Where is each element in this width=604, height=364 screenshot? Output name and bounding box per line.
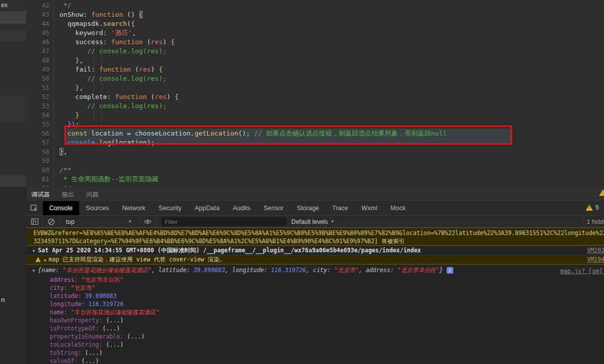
console-warning-map: ▶map 已支持同层渲染，建议使用 view 代替 cover-view 渲染。… <box>26 255 604 264</box>
expand-arrow-icon[interactable]: ▶ <box>44 258 47 262</box>
property-value[interactable]: (...) <box>85 349 103 356</box>
console-warning-url: EVBWZ&referer=%E8%85%BE%E8%AE%AF%E4%BD%8… <box>26 227 604 246</box>
code-line-52[interactable]: complete: function (res) { <box>26 92 604 102</box>
toolbar-separator <box>43 218 43 226</box>
code-token: function <box>91 11 123 18</box>
code-line-48[interactable]: }, <box>26 56 604 65</box>
code-token: } <box>59 84 79 91</box>
tab-network[interactable]: Network <box>116 201 152 215</box>
code-token: function <box>115 93 147 101</box>
code-token: } <box>59 56 79 64</box>
property-row-toLocaleString[interactable]: toLocaleString: (...) <box>26 341 604 349</box>
property-row-isPrototypeOf[interactable]: isPrototypeOf: (...) <box>26 324 604 333</box>
warning-counter[interactable]: 5 <box>586 204 599 211</box>
property-value[interactable]: (...) <box>106 341 124 348</box>
property-value: "丰台区莲花池云瑧金陵莲花酒店" <box>71 309 160 316</box>
tab-console[interactable]: Console <box>43 201 79 215</box>
code-token: ( <box>127 20 131 27</box>
property-row-longitude: longitude: 116.319726 <box>26 300 604 308</box>
code-line-49[interactable]: fail: function (res) { <box>26 65 604 74</box>
property-row-hasOwnProperty[interactable]: hasOwnProperty: (...) <box>26 316 604 324</box>
panel-tab-输出[interactable]: 输出 <box>62 187 74 199</box>
code-line-53[interactable]: // console.log(res); <box>26 102 604 111</box>
code-token: success: <box>59 38 111 46</box>
clear-console-button[interactable] <box>46 218 56 225</box>
inspect-element-button[interactable] <box>26 201 43 215</box>
filter-input[interactable] <box>161 217 286 226</box>
toolbar-separator <box>139 218 140 226</box>
tab-trace[interactable]: Trace <box>326 201 355 215</box>
sidebar-item-selected[interactable] <box>0 11 26 24</box>
sidebar-item[interactable] <box>0 94 26 122</box>
preview-token: "北京市丰台区" <box>397 267 440 274</box>
tab-security[interactable]: Security <box>152 201 188 215</box>
code-token: ( <box>143 38 151 46</box>
tab-appdata[interactable]: AppData <box>188 201 226 215</box>
code-token: { <box>171 38 175 46</box>
code-line-54[interactable]: } <box>26 111 604 120</box>
code-token: keyword: <box>59 29 111 37</box>
live-expression-button[interactable] <box>143 218 153 225</box>
tab-wxml[interactable]: Wxml <box>355 201 384 215</box>
code-token: { <box>159 65 163 73</box>
console-group-header[interactable]: ▼Sat Apr 25 2020 14:34:55 GMT+0800 (中国标准… <box>26 246 604 255</box>
tab-audits[interactable]: Audits <box>226 201 257 215</box>
code-line-61[interactable]: * 生命周期函数--监听页面隐藏 <box>26 175 604 184</box>
property-value[interactable]: (...) <box>103 325 120 332</box>
log-levels-dropdown[interactable]: Default levels ▼ <box>291 218 334 225</box>
sidebar-item[interactable] <box>0 29 26 42</box>
sidebar-item-label: ex <box>0 0 26 9</box>
console-log-object[interactable]: ▼{name: "丰台区莲花池云瑧金陵莲花酒店", latitude: 39.8… <box>26 264 604 276</box>
tab-storage[interactable]: Storage <box>290 201 326 215</box>
info-badge-icon[interactable]: i <box>447 267 453 274</box>
preview-token: "丰台区莲花池云瑧金陵莲花酒店" <box>62 267 151 274</box>
property-value: "北京市" <box>71 284 95 291</box>
preview-token: name: <box>42 267 63 274</box>
property-row-propertyIsEnumerable[interactable]: propertyIsEnumerable: (...) <box>26 333 604 341</box>
property-key: isPrototypeOf: <box>50 325 103 332</box>
source-link[interactable]: map.js? [sm]: <box>560 266 604 277</box>
code-line-51[interactable]: }, <box>26 83 604 92</box>
code-editor[interactable]: 4243444546474849505152535455565758596061… <box>26 0 604 187</box>
property-key: propertyIsEnumerable: <box>50 333 127 340</box>
code-token <box>59 102 87 110</box>
property-row-toString[interactable]: toString: (...) <box>26 349 604 357</box>
source-link[interactable]: VM1945 <box>587 255 604 264</box>
code-token: () <box>123 11 139 18</box>
panel-tab-调试器[interactable]: 调试器 <box>31 187 50 199</box>
code-line-46[interactable]: success: function (res) { <box>26 38 604 47</box>
sidebar-item[interactable] <box>0 175 26 187</box>
tab-sources[interactable]: Sources <box>79 201 116 215</box>
property-value[interactable]: (...) <box>127 333 145 340</box>
tab-mock[interactable]: Mock <box>384 201 412 215</box>
collapse-arrow-icon[interactable]: ▼ <box>32 269 35 273</box>
property-row-valueOf[interactable]: valueOf: (...) <box>26 357 604 364</box>
warning-triangle-icon <box>586 205 593 211</box>
source-link[interactable]: VM2026 <box>587 246 604 255</box>
property-value[interactable]: (...) <box>81 357 99 364</box>
code-line-44[interactable]: qqmapsdk.search({ <box>26 19 604 28</box>
execution-context-dropdown[interactable]: top ▼ <box>66 218 136 225</box>
console-log-area: EVBWZ&referer=%E8%85%BE%E8%AE%AF%E4%BD%8… <box>26 227 604 364</box>
code-token: , <box>79 84 83 91</box>
code-line-50[interactable]: // console.log(res); <box>26 74 604 83</box>
panel-tab-问题[interactable]: 问题 <box>86 187 98 199</box>
property-value[interactable]: (...) <box>106 317 124 324</box>
code-line-47[interactable]: // console.log(res); <box>26 47 604 56</box>
toggle-sidebar-button[interactable] <box>29 218 40 225</box>
code-line-45[interactable]: keyword: '酒店', <box>26 28 604 38</box>
code-line-60[interactable]: /** <box>26 166 604 175</box>
code-line-58[interactable]: }, <box>26 147 604 156</box>
clipped-warning-icon <box>599 189 604 196</box>
preview-token: , <box>306 267 313 274</box>
preview-token: 116.319726 <box>271 267 306 274</box>
console-sidebar-icon <box>31 218 39 225</box>
code-line-42[interactable]: */ <box>26 1 604 10</box>
tab-sensor[interactable]: Sensor <box>257 201 290 215</box>
code-line-59[interactable] <box>26 156 604 166</box>
code-token: res <box>155 93 166 101</box>
sidebar-item[interactable]: ex <box>0 0 26 11</box>
warning-count-label: 5 <box>595 204 599 211</box>
collapse-arrow-icon[interactable]: ▼ <box>32 249 35 253</box>
code-line-43[interactable]: onShow: function () { <box>26 10 604 19</box>
